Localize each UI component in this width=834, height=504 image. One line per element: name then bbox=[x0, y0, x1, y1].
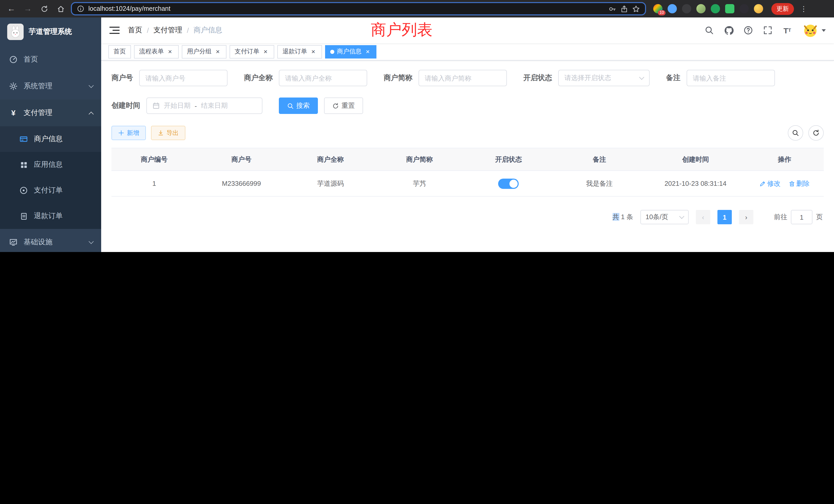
app-logo-row[interactable]: 芋道管理系统 bbox=[0, 18, 101, 46]
browser-window: ← → localhost:1024/pay/merchant 10 bbox=[0, 0, 834, 252]
extension-icon-5[interactable] bbox=[711, 4, 720, 13]
tab-process-form[interactable]: 流程表单 × bbox=[134, 45, 179, 58]
tab-payment-order[interactable]: 支付订单 × bbox=[229, 45, 274, 58]
end-date-placeholder: 结束日期 bbox=[201, 101, 228, 110]
cell-merchant-no: M233666999 bbox=[197, 171, 286, 196]
monitor-chart-icon bbox=[9, 238, 18, 246]
bookmark-star-icon[interactable] bbox=[632, 5, 640, 13]
delete-link-label: 删除 bbox=[796, 179, 810, 188]
close-icon[interactable]: × bbox=[262, 48, 269, 55]
home-button[interactable] bbox=[54, 3, 67, 15]
browser-toolbar: ← → localhost:1024/pay/merchant 10 bbox=[0, 0, 834, 18]
sidebar-collapse-button[interactable] bbox=[109, 25, 120, 36]
search-icon bbox=[792, 129, 799, 137]
address-bar[interactable]: localhost:1024/pay/merchant bbox=[71, 2, 646, 16]
next-page-button[interactable]: › bbox=[739, 210, 753, 224]
extension-icon-2[interactable] bbox=[667, 4, 677, 13]
share-icon[interactable] bbox=[620, 5, 628, 13]
add-button-label: 新增 bbox=[127, 129, 139, 137]
tab-refund-order[interactable]: 退款订单 × bbox=[277, 45, 322, 58]
calendar-icon bbox=[153, 102, 160, 109]
sidebar-item-home[interactable]: 首页 bbox=[0, 46, 101, 73]
extension-icon-1[interactable]: 10 bbox=[653, 4, 662, 13]
tab-home[interactable]: 首页 bbox=[108, 45, 131, 58]
header-search-button[interactable] bbox=[704, 25, 714, 36]
export-button-label: 导出 bbox=[167, 129, 179, 137]
table-header-row: 商户编号 商户号 商户全称 商户简称 开启状态 备注 创建时间 操作 bbox=[111, 148, 824, 171]
extension-icon-8[interactable] bbox=[754, 4, 763, 13]
col-remark: 备注 bbox=[553, 148, 646, 171]
merchant-no-input[interactable] bbox=[145, 74, 221, 82]
sidebar-item-payment-order[interactable]: 支付订单 bbox=[0, 178, 101, 203]
merchant-short-input[interactable] bbox=[425, 74, 501, 82]
sidebar-item-infrastructure[interactable]: 基础设施 bbox=[0, 229, 101, 252]
remark-input[interactable] bbox=[693, 74, 769, 82]
extensions-row: 10 bbox=[653, 4, 763, 13]
tab-merchant-info[interactable]: 商户信息 × bbox=[325, 45, 376, 58]
sidebar-item-payment-management[interactable]: ¥ 支付管理 bbox=[0, 99, 101, 126]
goto-page-input[interactable] bbox=[791, 210, 812, 224]
status-select-placeholder: 请选择开启状态 bbox=[564, 73, 611, 83]
pencil-icon bbox=[760, 180, 766, 187]
status-select[interactable]: 请选择开启状态 bbox=[558, 70, 650, 86]
sidebar-item-label: 退款订单 bbox=[34, 211, 93, 221]
create-time-range-picker[interactable]: 开始日期 - 结束日期 bbox=[146, 97, 262, 114]
close-icon[interactable]: × bbox=[310, 48, 317, 55]
chrome-update-button[interactable]: 更新 bbox=[771, 3, 794, 15]
chevron-down-icon bbox=[679, 214, 684, 219]
help-icon[interactable] bbox=[743, 25, 753, 36]
password-key-icon[interactable] bbox=[609, 5, 616, 13]
reload-icon bbox=[40, 5, 48, 13]
page-size-select[interactable]: 10条/页 bbox=[640, 210, 689, 224]
forward-button[interactable]: → bbox=[22, 3, 34, 15]
site-info-icon[interactable] bbox=[77, 5, 84, 12]
user-menu[interactable] bbox=[802, 22, 826, 39]
extension-icon-3[interactable] bbox=[682, 4, 691, 13]
sidebar-item-label: 支付订单 bbox=[34, 186, 93, 195]
delete-link[interactable]: 删除 bbox=[789, 179, 810, 188]
prev-page-button[interactable]: ‹ bbox=[696, 210, 710, 224]
sidebar-item-merchant-info[interactable]: 商户信息 bbox=[0, 126, 101, 152]
fullscreen-icon[interactable] bbox=[763, 25, 773, 36]
breadcrumb-payment[interactable]: 支付管理 bbox=[154, 26, 182, 35]
extension-icon-6[interactable] bbox=[725, 4, 734, 13]
sidebar-item-app-info[interactable]: 应用信息 bbox=[0, 152, 101, 178]
browser-menu-button[interactable]: ⋮ bbox=[798, 5, 809, 13]
col-full-name: 商户全称 bbox=[286, 148, 375, 171]
sidebar-item-refund-order[interactable]: 退款订单 bbox=[0, 203, 101, 229]
hide-search-button[interactable] bbox=[788, 125, 803, 141]
export-button[interactable]: 导出 bbox=[151, 126, 185, 140]
page-number-1[interactable]: 1 bbox=[718, 210, 732, 224]
search-button[interactable]: 搜索 bbox=[279, 97, 318, 114]
app-logo bbox=[7, 24, 24, 40]
page-content: 商户号 商户全称 商户简称 开启状态 请选择开启状态 bbox=[101, 61, 834, 252]
extension-icon-4[interactable] bbox=[696, 4, 706, 13]
extension-icon-7[interactable] bbox=[740, 4, 749, 13]
edit-link[interactable]: 修改 bbox=[760, 179, 781, 188]
merchant-name-input[interactable] bbox=[285, 74, 361, 82]
chevron-down-icon bbox=[89, 239, 94, 244]
close-icon[interactable]: × bbox=[167, 48, 174, 55]
close-icon[interactable]: × bbox=[364, 48, 371, 55]
sidebar-item-system-management[interactable]: 系统管理 bbox=[0, 73, 101, 99]
breadcrumb-home[interactable]: 首页 bbox=[128, 26, 142, 35]
tab-user-group[interactable]: 用户分组 × bbox=[182, 45, 226, 58]
goto-page: 前往 页 bbox=[774, 210, 823, 224]
github-icon[interactable] bbox=[724, 25, 734, 36]
search-button-label: 搜索 bbox=[296, 101, 310, 110]
chevron-down-icon bbox=[89, 83, 94, 88]
top-navbar: 首页 / 支付管理 / 商户信息 bbox=[101, 18, 834, 43]
reset-button[interactable]: 重置 bbox=[324, 97, 363, 114]
status-toggle[interactable] bbox=[498, 178, 519, 189]
refresh-table-button[interactable] bbox=[808, 125, 824, 141]
col-actions: 操作 bbox=[745, 148, 824, 171]
close-icon[interactable]: × bbox=[214, 48, 221, 55]
sidebar-item-label: 基础设施 bbox=[24, 238, 83, 247]
back-button[interactable]: ← bbox=[5, 3, 18, 15]
add-button[interactable]: 新增 bbox=[111, 126, 146, 140]
tab-label: 用户分组 bbox=[187, 47, 212, 56]
col-create-time: 创建时间 bbox=[645, 148, 745, 171]
font-size-icon[interactable]: TT bbox=[782, 25, 792, 36]
status-label: 开启状态 bbox=[523, 73, 552, 83]
reload-button[interactable] bbox=[38, 3, 50, 15]
